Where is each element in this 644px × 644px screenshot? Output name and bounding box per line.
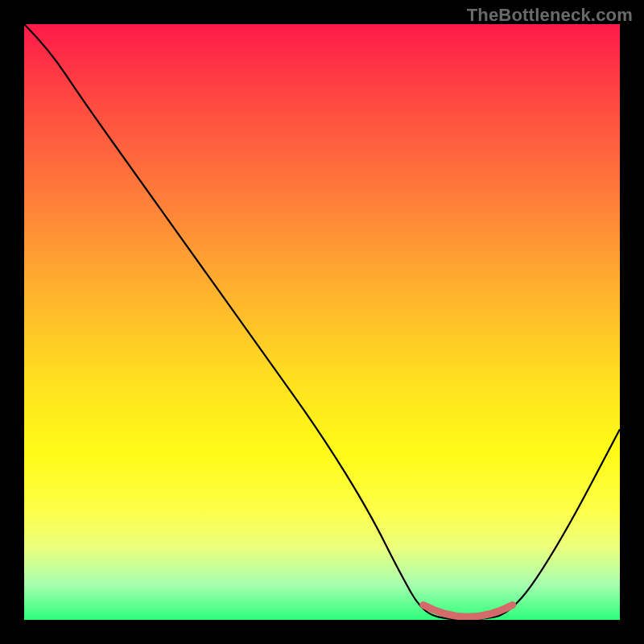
curve-path <box>24 24 620 620</box>
plot-area <box>24 24 620 620</box>
bottleneck-curve <box>24 24 620 620</box>
chart-frame: TheBottleneck.com <box>0 0 644 644</box>
watermark-text: TheBottleneck.com <box>467 5 633 26</box>
